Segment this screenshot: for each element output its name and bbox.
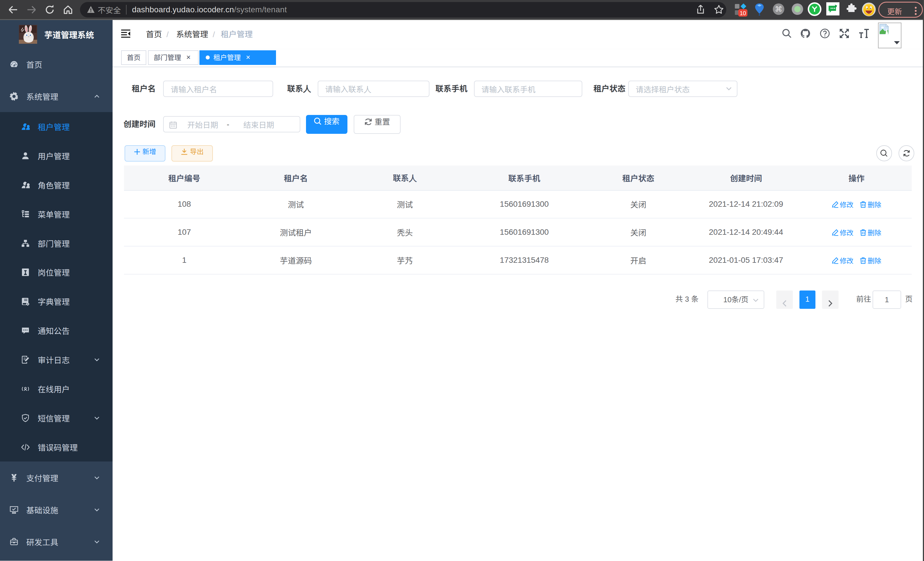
- svg-text:⌘: ⌘: [775, 5, 782, 14]
- svg-text:10: 10: [740, 10, 746, 16]
